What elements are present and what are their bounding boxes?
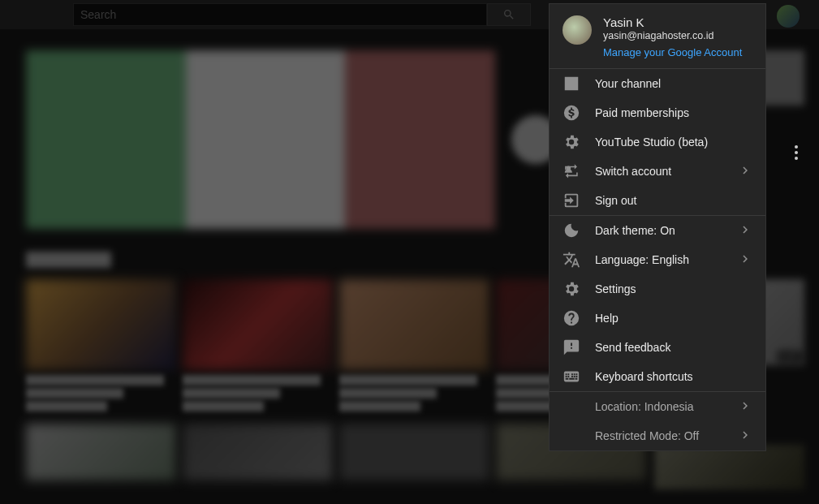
account-name: Yasin K: [603, 15, 742, 29]
menu-item-location[interactable]: Location: Indonesia: [550, 392, 765, 421]
menu-item-language[interactable]: Language: English: [550, 245, 765, 274]
menu-item-paid-memberships[interactable]: Paid memberships: [550, 98, 765, 127]
account-header: Yasin K yasin@niagahoster.co.id Manage y…: [550, 4, 765, 68]
dollar-icon: [563, 104, 580, 122]
menu-item-youtube-studio[interactable]: YouTube Studio (beta): [550, 127, 765, 157]
switch-icon: [563, 162, 580, 180]
menu-item-label: Dark theme: On: [595, 224, 723, 237]
menu-item-label: Settings: [595, 282, 752, 295]
feedback-icon: [563, 338, 580, 356]
menu-item-label: Help: [595, 312, 752, 325]
menu-item-label: Sign out: [595, 194, 752, 207]
account-menu: Yasin K yasin@niagahoster.co.id Manage y…: [549, 3, 766, 451]
menu-item-switch-account[interactable]: Switch account: [550, 157, 765, 186]
menu-item-label: Language: English: [595, 253, 723, 266]
menu-item-label: Switch account: [595, 165, 723, 178]
menu-item-settings[interactable]: Settings: [550, 274, 765, 304]
menu-item-sign-out[interactable]: Sign out: [550, 186, 765, 215]
keyboard-icon: [563, 368, 580, 386]
manage-account-link[interactable]: Manage your Google Account: [603, 46, 742, 58]
exit-icon: [563, 192, 580, 209]
more-options-button[interactable]: [795, 143, 798, 162]
menu-item-dark-theme[interactable]: Dark theme: On: [550, 216, 765, 245]
help-icon: [563, 309, 580, 327]
menu-item-label: Location: Indonesia: [595, 400, 723, 413]
menu-item-label: Your channel: [595, 77, 752, 90]
gear-icon: [563, 133, 580, 151]
translate-icon: [563, 251, 580, 269]
chevron-right-icon: [738, 163, 752, 180]
menu-item-restricted[interactable]: Restricted Mode: Off: [550, 421, 765, 450]
menu-item-label: Keyboard shortcuts: [595, 370, 752, 383]
chevron-right-icon: [738, 252, 752, 269]
menu-item-label: Paid memberships: [595, 106, 752, 119]
chevron-right-icon: [738, 222, 752, 239]
chevron-right-icon: [738, 398, 752, 416]
chevron-right-icon: [738, 428, 752, 445]
user-square-icon: [563, 75, 580, 93]
menu-item-your-channel[interactable]: Your channel: [550, 69, 765, 98]
moon-icon: [563, 222, 580, 239]
account-avatar[interactable]: [563, 15, 592, 45]
menu-item-shortcuts[interactable]: Keyboard shortcuts: [550, 362, 765, 391]
account-email: yasin@niagahoster.co.id: [603, 30, 742, 41]
menu-item-label: YouTube Studio (beta): [595, 136, 752, 149]
menu-item-feedback[interactable]: Send feedback: [550, 333, 765, 362]
gear-icon: [563, 280, 580, 298]
menu-item-help[interactable]: Help: [550, 304, 765, 333]
menu-item-label: Restricted Mode: Off: [595, 429, 723, 442]
menu-item-label: Send feedback: [595, 341, 752, 354]
